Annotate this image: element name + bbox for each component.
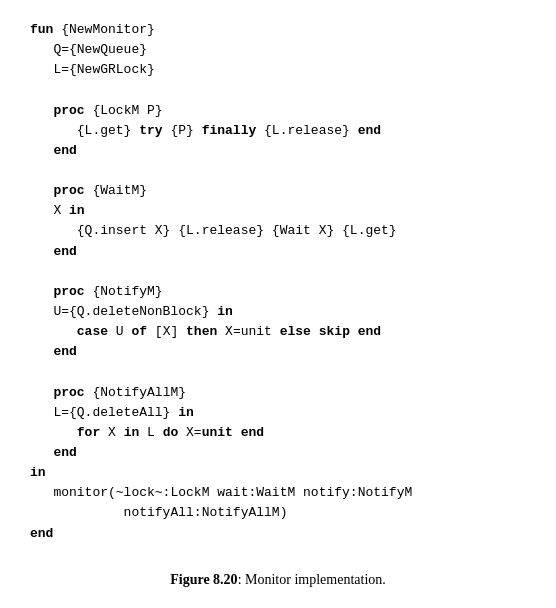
code-line: proc {NotifyM} (30, 282, 526, 302)
code-line: {L.get} try {P} finally {L.release} end (30, 121, 526, 141)
code-line: L={Q.deleteAll} in (30, 403, 526, 423)
code-line: end (30, 342, 526, 362)
code-line: for X in L do X=unit end (30, 423, 526, 443)
code-line: {Q.insert X} {L.release} {Wait X} {L.get… (30, 221, 526, 241)
page-container: fun {NewMonitor} Q={NewQueue} L={NewGRLo… (0, 0, 556, 608)
code-line: U={Q.deleteNonBlock} in (30, 302, 526, 322)
code-line: case U of [X] then X=unit else skip end (30, 322, 526, 342)
code-block: fun {NewMonitor} Q={NewQueue} L={NewGRLo… (30, 20, 526, 556)
code-line (30, 161, 526, 181)
code-line: notifyAll:NotifyAllM) (30, 503, 526, 523)
code-line: proc {NotifyAllM} (30, 383, 526, 403)
figure-caption: Figure 8.20: Monitor implementation. (30, 572, 526, 588)
code-line (30, 262, 526, 282)
code-line: end (30, 443, 526, 463)
code-line: fun {NewMonitor} (30, 20, 526, 40)
code-line (30, 80, 526, 100)
code-line: end (30, 141, 526, 161)
code-line: L={NewGRLock} (30, 60, 526, 80)
code-line: X in (30, 201, 526, 221)
code-line: end (30, 524, 526, 544)
code-line: monitor(~lock~:LockM wait:WaitM notify:N… (30, 483, 526, 503)
code-line: Q={NewQueue} (30, 40, 526, 60)
code-line: end (30, 242, 526, 262)
code-line: in (30, 463, 526, 483)
figure-label: Figure 8.20 (170, 572, 237, 587)
code-line: proc {WaitM} (30, 181, 526, 201)
figure-caption-text: : Monitor implementation. (238, 572, 386, 587)
code-line (30, 362, 526, 382)
code-line: proc {LockM P} (30, 101, 526, 121)
